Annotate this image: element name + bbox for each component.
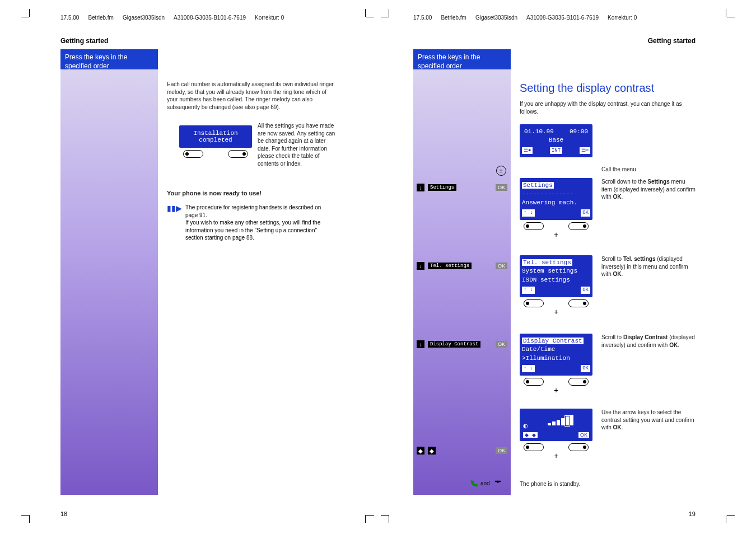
step-label: Tel. settings: [428, 263, 472, 269]
softkey-icon: [228, 150, 248, 158]
down-arrow-icon: ↓: [417, 262, 424, 270]
page-header-right: 17.5.00Betrieb.fmGigaset3035isdnA31008-G…: [413, 15, 646, 21]
margin-gradient-left: [60, 69, 158, 495]
menu-button-icon: ≡: [496, 166, 506, 176]
step-label: Settings: [428, 184, 456, 191]
handset-off-icon: [469, 479, 477, 487]
step-display-contrast: ↓ Display Contrast OK: [413, 336, 511, 353]
ok-badge: OK: [496, 341, 507, 348]
step-contrast-arrows: ◆ ◆ OK: [413, 442, 511, 459]
step4-desc: Use the arrow keys to select the contras…: [601, 409, 697, 432]
step-settings: ↓ Settings OK: [413, 179, 511, 196]
page-number-left: 18: [60, 510, 67, 517]
saved-text: All the settings you have made are now s…: [258, 122, 336, 167]
page-number-right: 19: [689, 510, 696, 517]
softkey-icon: [183, 150, 203, 158]
lcd-installation: Installation completed: [179, 125, 252, 158]
ok-badge: OK: [496, 184, 507, 191]
handset-on-icon: [493, 479, 501, 487]
ok-badge: OK: [496, 447, 507, 454]
right-arrow-icon: ◆: [428, 447, 436, 455]
lcd-settings: Settings -------------- Answering mach. …: [520, 178, 592, 239]
step2-desc: Scroll to Tel. settings (displayed inver…: [601, 255, 697, 278]
ok-badge: OK: [496, 263, 507, 269]
ready-heading: Your phone is now ready to use!: [167, 189, 335, 198]
step-label: Display Contrast: [428, 341, 480, 348]
section-heading-left: Getting started: [60, 37, 108, 45]
page-title: Setting the display contrast: [520, 81, 693, 96]
step1-desc: Scroll down to the Settings menu item (d…: [601, 178, 697, 201]
menu-call-text: Call the menu: [601, 166, 697, 174]
standby-row: and: [469, 479, 501, 487]
step3-desc: Scroll to Display Contrast (displayed in…: [601, 334, 697, 349]
info-icon: ▮▮▶: [167, 204, 182, 242]
margin-gradient-right: [413, 69, 511, 495]
step-tel-settings: ↓ Tel. settings OK: [413, 257, 511, 274]
left-arrow-icon: ◆: [417, 447, 424, 455]
down-arrow-icon: ↓: [417, 184, 424, 191]
info-note: ▮▮▶ The procedure for registering handse…: [167, 204, 335, 242]
page-header-left: 17.5.00Betrieb.fmGigaset3035isdnA31008-G…: [60, 15, 293, 21]
lcd-display-contrast: Display Contrast Date/time >Illumination…: [520, 334, 592, 395]
lcd-tel-settings: Tel. settings System settings ISDN setti…: [520, 255, 592, 316]
intro-text: Each call number is automatically assign…: [167, 81, 335, 111]
section-heading-right: Getting started: [648, 37, 696, 45]
lcd-contrast-slider: ◐ ◆◆OK +: [520, 409, 592, 460]
lcd-home: 01.10.9909:00 Base ☰●INT☰∞: [520, 124, 592, 157]
standby-text: The phone is in standby.: [520, 480, 580, 488]
contrast-intro: If you are unhappy with the display cont…: [520, 100, 693, 115]
down-arrow-icon: ↓: [417, 340, 424, 348]
